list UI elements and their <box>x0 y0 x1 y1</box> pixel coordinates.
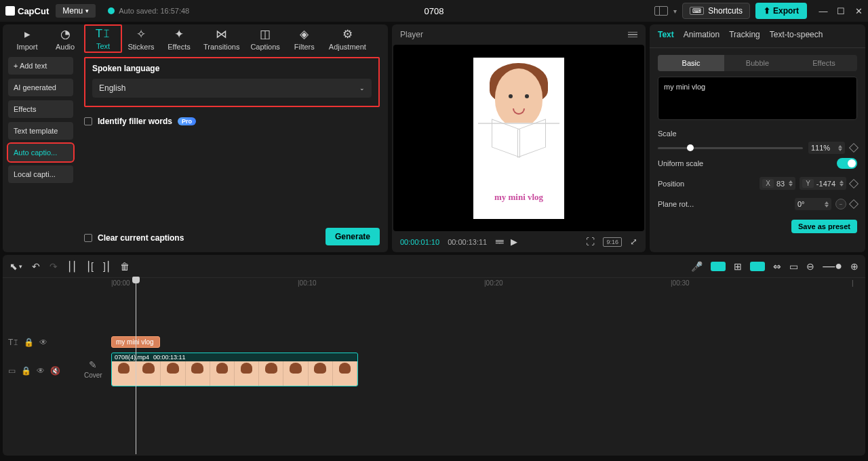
mic-icon[interactable]: 🎤 <box>691 261 703 272</box>
time-duration: 00:00:13:11 <box>448 238 487 246</box>
time-current: 00:00:01:10 <box>400 238 439 246</box>
split-right-tool[interactable]: ]⎮ <box>103 261 111 272</box>
split-tool[interactable]: ⎮⎮ <box>67 261 77 272</box>
zoom-out-icon[interactable]: ⊖ <box>806 261 814 272</box>
export-button[interactable]: ⬆Export <box>755 3 807 19</box>
video-track-controls[interactable]: ▭🔒👁🔇 <box>8 366 60 376</box>
player-title: Player <box>400 30 423 39</box>
zoom-in-icon[interactable]: ⊕ <box>850 261 859 272</box>
position-label: Position <box>658 180 684 188</box>
language-select[interactable]: English ⌄ <box>92 79 372 98</box>
app-name: CapCut <box>18 6 49 16</box>
link-icon[interactable]: ⇔ <box>773 261 781 272</box>
sub-tab-bubble[interactable]: Bubble <box>724 55 791 71</box>
pro-badge: Pro <box>178 117 196 125</box>
identify-filler-checkbox[interactable] <box>84 117 92 125</box>
rp-tab-text[interactable]: Text <box>658 30 674 42</box>
tab-stickers[interactable]: ✧Stickers <box>122 24 160 53</box>
redo-button[interactable]: ↷ <box>50 261 58 272</box>
timeline-playhead[interactable] <box>136 278 136 454</box>
tab-captions[interactable]: ◫Captions <box>245 24 285 53</box>
uniform-scale-label: Uniform scale <box>658 159 703 167</box>
tab-filters[interactable]: ◈Filters <box>285 24 323 53</box>
delete-tool[interactable]: 🗑 <box>120 261 130 272</box>
menu-button[interactable]: Menu▾ <box>56 4 96 18</box>
scale-label: Scale <box>658 129 677 138</box>
video-overlay-text: my mini vlog <box>494 192 543 203</box>
position-x-input[interactable]: X83 <box>760 177 795 190</box>
rotation-keyframe[interactable] <box>849 199 859 209</box>
sub-tab-basic[interactable]: Basic <box>658 55 724 71</box>
rp-tab-tracking[interactable]: Tracking <box>729 30 760 42</box>
tab-adjustment[interactable]: ⚙Adjustment <box>323 24 372 53</box>
clear-captions-label: Clear current captions <box>98 233 184 243</box>
sub-tab-effects[interactable]: Effects <box>791 55 857 71</box>
timeline-video-clip[interactable]: 0708(4).mp4 00:00:13:11 <box>111 353 358 386</box>
rotation-lock-icon[interactable]: − <box>835 199 846 209</box>
tab-audio[interactable]: ◔Audio <box>46 24 84 53</box>
undo-button[interactable]: ↶ <box>32 261 40 272</box>
identify-filler-label: Identify filler words <box>98 117 172 126</box>
fullscreen-icon[interactable]: ⤢ <box>630 237 637 247</box>
spoken-language-label: Spoken language <box>92 64 372 73</box>
bars-icon[interactable]: ≡≡ <box>495 237 502 247</box>
layout-dropdown[interactable]: ▾ <box>673 7 677 15</box>
rotation-label: Plane rot... <box>658 200 694 208</box>
zoom-slider-icon[interactable]: —● <box>823 259 842 273</box>
pencil-icon: ✎ <box>89 359 97 370</box>
scale-value[interactable]: 111% <box>808 142 845 154</box>
sidebar-item-effects[interactable]: Effects <box>8 100 73 118</box>
close-button[interactable]: ✕ <box>854 7 863 15</box>
crop-icon[interactable]: ⛶ <box>586 237 595 247</box>
player-menu-icon[interactable] <box>628 32 637 38</box>
save-preset-button[interactable]: Save as preset <box>791 220 857 233</box>
app-logo: CapCut <box>5 6 49 16</box>
chevron-down-icon: ⌄ <box>359 85 365 92</box>
tab-import[interactable]: ▸Import <box>8 24 46 53</box>
pointer-tool[interactable]: ⬉ ▾ <box>9 261 22 272</box>
text-input[interactable]: my mini vlog <box>658 77 857 120</box>
clear-captions-checkbox[interactable] <box>84 234 92 242</box>
sidebar-item-add-text[interactable]: Add text <box>8 57 73 75</box>
preview-icon[interactable]: ▭ <box>789 261 798 272</box>
magnet-icon[interactable]: ⊞ <box>734 261 742 272</box>
position-y-input[interactable]: Y-1474 <box>800 177 846 190</box>
uniform-scale-toggle[interactable] <box>837 158 857 169</box>
rp-tab-tts[interactable]: Text-to-speech <box>770 30 823 42</box>
cover-button[interactable]: ✎ Cover <box>84 359 102 379</box>
layout-icon[interactable] <box>654 6 668 16</box>
scale-slider[interactable] <box>658 147 803 149</box>
play-button[interactable]: ▶ <box>511 237 517 247</box>
scale-keyframe[interactable] <box>849 143 859 153</box>
shortcuts-button[interactable]: ⌨ Shortcuts <box>682 3 750 19</box>
tab-text[interactable]: T𝙸Text <box>84 24 122 53</box>
maximize-button[interactable]: ☐ <box>837 7 845 15</box>
sidebar-item-ai-generated[interactable]: AI generated <box>8 79 73 96</box>
rotation-input[interactable]: 0° <box>795 198 831 210</box>
split-left-tool[interactable]: ⎮[ <box>86 261 94 272</box>
timeline-ruler[interactable]: |00:00 |00:10 |00:20 |00:30 | <box>111 278 852 292</box>
minimize-button[interactable]: — <box>819 7 827 15</box>
tl-toggle-1[interactable] <box>711 262 726 271</box>
player-viewport[interactable]: my mini vlog <box>393 45 644 231</box>
sidebar-item-text-template[interactable]: Text template <box>8 122 73 140</box>
sidebar-item-auto-captions[interactable]: Auto captio... <box>8 144 73 161</box>
sidebar-item-local-captions[interactable]: Local capti... <box>8 165 73 183</box>
project-title: 0708 <box>425 6 444 16</box>
generate-button[interactable]: Generate <box>326 228 380 245</box>
tab-effects[interactable]: ✦Effects <box>160 24 198 53</box>
rp-tab-animation[interactable]: Animation <box>684 30 719 42</box>
position-keyframe[interactable] <box>849 178 859 188</box>
aspect-ratio[interactable]: 9:16 <box>603 237 622 247</box>
tl-toggle-2[interactable] <box>750 262 765 271</box>
tab-transitions[interactable]: ⋈Transitions <box>198 24 245 53</box>
text-track-controls[interactable]: T𝙸🔒👁 <box>8 338 47 347</box>
autosave-status: Auto saved: 16:57:48 <box>108 7 189 15</box>
